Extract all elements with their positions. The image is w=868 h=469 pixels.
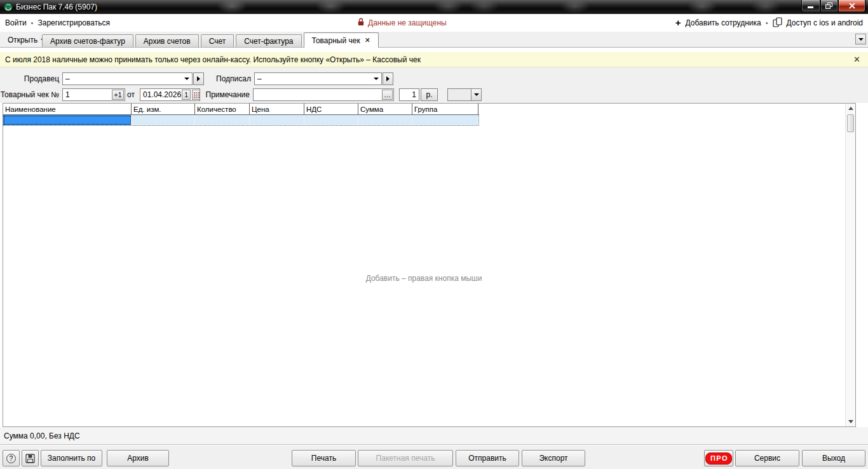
cell-group[interactable] xyxy=(412,115,478,125)
menubar-right: + Добавить сотрудника • Доступ с ios и a… xyxy=(675,14,863,32)
app-window: Бизнес Пак 7.46 (5907) Войти • Зарегистр… xyxy=(0,0,868,469)
column-header-unit[interactable]: Ед. изм. xyxy=(132,104,195,114)
cell-quantity[interactable] xyxy=(195,115,250,125)
footer-toolbar: ? Заполнить по Архив Печать Пакетная печ… xyxy=(0,445,868,469)
seller-value: – xyxy=(63,74,182,83)
account-menu: Войти • Зарегистрироваться xyxy=(5,14,110,32)
receipt-number-label: Товарный чек № xyxy=(0,88,59,101)
receipt-date-value: 01.04.2026 xyxy=(140,90,181,99)
exit-button[interactable]: Выход xyxy=(802,450,865,466)
register-button[interactable]: Зарегистрироваться xyxy=(37,18,109,27)
note-input[interactable] xyxy=(254,89,381,100)
online-cashbox-notice: С июля 2018 наличные можно принимать тол… xyxy=(0,52,868,67)
tab-list-dropdown-button[interactable] xyxy=(855,34,866,44)
seller-label: Продавец xyxy=(0,72,59,85)
help-icon: ? xyxy=(6,454,16,463)
close-button[interactable] xyxy=(838,0,865,12)
chevron-down-icon[interactable] xyxy=(182,73,192,85)
column-header-group[interactable]: Группа xyxy=(412,104,478,114)
minimize-button[interactable] xyxy=(801,0,820,12)
currency-button[interactable]: р. xyxy=(421,88,438,101)
tab-sales-receipt-active[interactable]: Товарный чек ✕ xyxy=(304,32,379,48)
help-button[interactable]: ? xyxy=(3,450,20,466)
titlebar[interactable]: Бизнес Пак 7.46 (5907) xyxy=(0,0,868,14)
column-header-quantity[interactable]: Количество xyxy=(195,104,250,114)
cell-sum[interactable] xyxy=(358,115,412,125)
tab-invoice[interactable]: Счет-фактура xyxy=(236,34,301,47)
signer-value: – xyxy=(255,74,371,83)
grid-header: Наименование Ед. изм. Количество Цена НД… xyxy=(3,104,478,115)
column-header-sum[interactable]: Сумма xyxy=(358,104,412,114)
maximize-button[interactable] xyxy=(820,0,838,12)
open-menu-label: Открыть xyxy=(8,36,37,44)
cell-vat[interactable] xyxy=(304,115,358,125)
tab-close-icon[interactable]: ✕ xyxy=(365,37,370,44)
notice-close-icon[interactable]: ✕ xyxy=(853,55,860,64)
note-field[interactable]: … xyxy=(253,88,394,101)
receipt-number-field[interactable]: +1 xyxy=(62,88,125,101)
scrollbar-thumb[interactable] xyxy=(847,114,854,132)
column-header-price[interactable]: Цена xyxy=(250,104,304,114)
tab-archive-bills[interactable]: Архив счетов xyxy=(135,34,199,47)
column-header-name[interactable]: Наименование xyxy=(3,104,132,114)
chevron-down-icon[interactable] xyxy=(471,89,481,100)
minimize-icon xyxy=(808,3,814,9)
send-button[interactable]: Отправить xyxy=(456,450,519,466)
note-label: Примечание xyxy=(205,88,250,101)
cell-price[interactable] xyxy=(250,115,304,125)
triangle-down-icon xyxy=(848,420,853,423)
fill-by-button[interactable]: Заполнить по xyxy=(41,450,102,466)
rate-field[interactable]: 1 xyxy=(399,88,419,101)
vertical-scrollbar[interactable] xyxy=(845,104,855,426)
tab-archive-invoices[interactable]: Архив счетов-фактур xyxy=(42,34,133,47)
seller-open-button[interactable] xyxy=(193,72,204,85)
app-logo-icon xyxy=(4,3,13,11)
note-more-button[interactable]: … xyxy=(382,90,393,100)
receipt-date-field[interactable]: 01.04.2026 1 xyxy=(140,88,200,101)
tab-label: Архив счетов xyxy=(144,37,191,46)
window-title: Бизнес Пак 7.46 (5907) xyxy=(16,3,97,11)
tabs: Архив счетов-фактур Архив счетов Счет Сч… xyxy=(42,32,381,47)
seller-combobox[interactable]: – xyxy=(62,72,193,85)
increment-number-button[interactable]: +1 xyxy=(112,90,124,100)
print-button[interactable]: Печать xyxy=(292,450,356,466)
rate-value: 1 xyxy=(412,90,416,99)
login-button[interactable]: Войти xyxy=(5,18,27,27)
window-controls xyxy=(801,0,865,12)
pro-button[interactable]: ПРО xyxy=(704,450,733,466)
empty-grid-hint: Добавить – правая кнопка мыши xyxy=(3,274,844,283)
chevron-down-icon xyxy=(858,38,864,41)
column-header-vat[interactable]: НДС xyxy=(304,104,358,114)
tabstrip: Открыть Архив счетов-фактур Архив счетов… xyxy=(0,32,868,48)
archive-button[interactable]: Архив xyxy=(107,450,169,466)
cell-unit[interactable] xyxy=(132,115,195,125)
floppy-save-icon xyxy=(25,454,35,463)
mobile-access-button[interactable]: Доступ с ios и android xyxy=(787,18,863,27)
tab-label: Товарный чек xyxy=(312,36,360,45)
chevron-down-icon[interactable] xyxy=(371,73,381,85)
calendar-button[interactable] xyxy=(192,90,200,100)
menubar: Войти • Зарегистрироваться Данные не защ… xyxy=(0,14,868,32)
add-employee-button[interactable]: Добавить сотрудника xyxy=(686,18,761,27)
tab-label: Счет-фактура xyxy=(244,37,293,46)
warning-text: Данные не защищены xyxy=(368,18,447,27)
calendar-grid-icon xyxy=(194,92,200,98)
scroll-down-button[interactable] xyxy=(846,417,855,426)
signer-open-button[interactable] xyxy=(383,72,393,85)
scroll-up-button[interactable] xyxy=(846,104,855,113)
export-button[interactable]: Экспорт xyxy=(522,450,585,466)
save-button[interactable] xyxy=(22,450,39,466)
bullet-separator: • xyxy=(31,19,34,27)
restore-icon xyxy=(825,3,833,10)
table-row[interactable] xyxy=(3,115,478,125)
signer-combobox[interactable]: – xyxy=(254,72,382,85)
triangle-up-icon xyxy=(848,107,853,110)
tab-bill[interactable]: Счет xyxy=(201,34,234,47)
lock-icon xyxy=(358,18,364,28)
service-button[interactable]: Сервис xyxy=(735,450,799,466)
currency-combobox[interactable] xyxy=(447,88,482,101)
receipt-number-input[interactable] xyxy=(63,89,111,100)
cell-name-selected[interactable] xyxy=(3,115,132,125)
date-day-button[interactable]: 1 xyxy=(182,90,191,100)
mobile-devices-icon xyxy=(773,17,782,29)
